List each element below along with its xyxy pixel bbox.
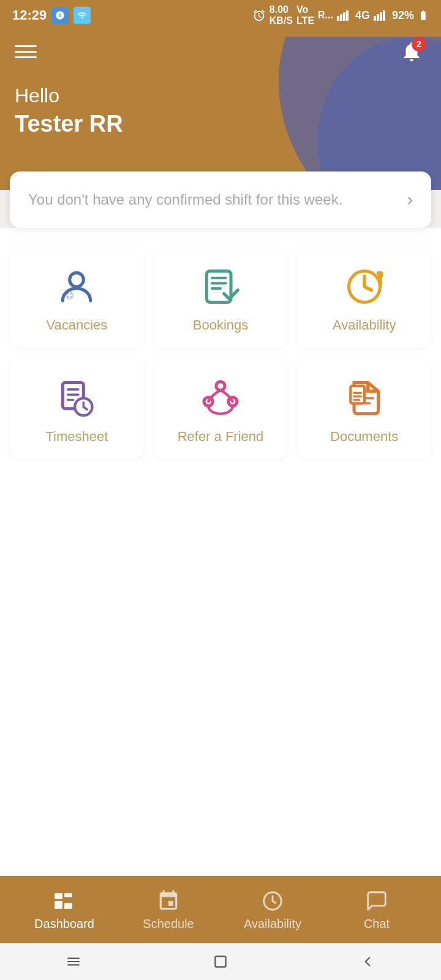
vacancies-icon <box>55 265 99 309</box>
shift-arrow: › <box>407 190 413 209</box>
icon-box-2 <box>74 7 91 24</box>
android-back-btn[interactable] <box>349 943 386 980</box>
refer-icon <box>198 376 243 420</box>
schedule-icon <box>156 889 181 913</box>
bookings-icon <box>198 265 243 309</box>
timesheet-button[interactable]: Timesheet <box>10 358 144 459</box>
refer-label: Refer a Friend <box>178 429 264 445</box>
signal-r: R... <box>318 10 333 21</box>
nav-schedule[interactable]: Schedule <box>132 889 205 931</box>
network-type: 4G <box>355 9 370 22</box>
svg-rect-4 <box>374 16 376 21</box>
empty-space <box>10 469 431 714</box>
android-home-btn[interactable] <box>202 943 239 980</box>
availability-button[interactable]: Availability <box>297 246 431 348</box>
timesheet-icon <box>55 376 99 420</box>
grid-row-1: Vacancies Bookings <box>10 246 431 348</box>
nav-chat-label: Chat <box>364 917 390 931</box>
vacancies-label: Vacancies <box>46 317 107 333</box>
availability-icon <box>342 265 386 309</box>
availability-label: Availability <box>333 317 396 333</box>
nav-availability-label: Availability <box>244 917 301 931</box>
shift-message: You don't have any confirmed shift for t… <box>28 189 342 211</box>
bookings-label: Bookings <box>193 317 249 333</box>
svg-rect-33 <box>215 956 225 967</box>
menu-button[interactable] <box>15 45 37 58</box>
svg-rect-1 <box>340 14 342 21</box>
android-menu-btn[interactable] <box>55 943 92 980</box>
chat-icon <box>364 889 389 913</box>
bookings-button[interactable]: Bookings <box>154 246 288 348</box>
android-nav-bar <box>0 943 441 980</box>
svg-rect-5 <box>377 14 379 21</box>
status-right: 8.00KB/S VoLTE R... 4G 92% <box>252 4 429 26</box>
grid-row-2: Timesheet Refer a Friend <box>10 358 431 459</box>
nav-dashboard[interactable]: Dashboard <box>28 889 101 931</box>
timesheet-label: Timesheet <box>45 429 108 445</box>
battery-pct: 92% <box>392 9 414 22</box>
signal-icon-2 <box>374 10 388 21</box>
shift-card[interactable]: You don't have any confirmed shift for t… <box>10 172 431 228</box>
icon-box-1 <box>51 7 69 24</box>
data-speed: 8.00KB/S <box>270 4 293 26</box>
main-content: Vacancies Bookings <box>0 228 441 980</box>
svg-point-10 <box>70 273 84 287</box>
nav-chat[interactable]: Chat <box>340 889 413 931</box>
documents-label: Documents <box>330 429 398 445</box>
refer-button[interactable]: Refer a Friend <box>154 358 288 459</box>
nav-dashboard-label: Dashboard <box>34 917 94 931</box>
nav-schedule-label: Schedule <box>143 917 194 931</box>
bottom-nav: Dashboard Schedule Availability <box>0 876 441 943</box>
status-bar: 12:29 8.00KB/S VoLTE R... <box>0 0 441 31</box>
svg-rect-6 <box>380 12 382 21</box>
nav-availability[interactable]: Availability <box>236 889 309 931</box>
notification-badge: 2 <box>412 37 426 51</box>
vacancies-button[interactable]: Vacancies <box>10 246 144 348</box>
alarm-icon <box>252 9 266 22</box>
svg-rect-0 <box>337 16 339 21</box>
status-time: 12:29 <box>12 7 91 24</box>
svg-rect-7 <box>383 10 385 21</box>
notification-button[interactable]: 2 <box>397 37 426 66</box>
documents-button[interactable]: Documents <box>297 358 431 459</box>
nav-availability-icon <box>260 889 285 913</box>
dashboard-icon <box>52 889 77 913</box>
documents-icon <box>342 376 386 420</box>
volte-label: VoLTE <box>296 4 314 26</box>
svg-rect-3 <box>346 10 349 21</box>
svg-rect-2 <box>343 12 345 21</box>
battery-icon <box>418 10 429 21</box>
signal-icon <box>337 10 352 21</box>
time-display: 12:29 <box>12 7 47 23</box>
